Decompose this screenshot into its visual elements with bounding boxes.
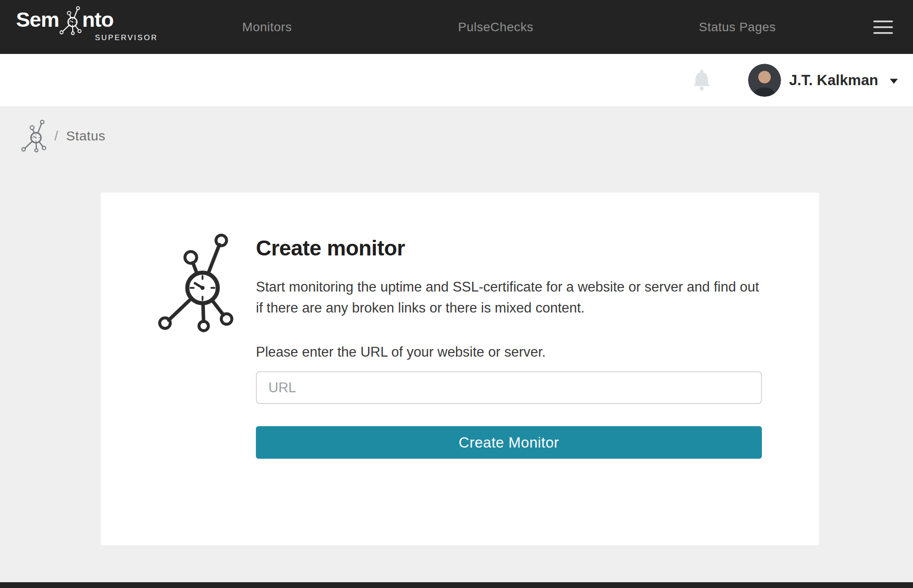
breadcrumb-home-monitor-icon[interactable] xyxy=(21,119,46,152)
avatar[interactable] xyxy=(748,64,781,97)
monitor-network-gauge-icon xyxy=(157,233,234,333)
nav-item-monitors[interactable]: Monitors xyxy=(242,20,292,34)
brand-network-icon xyxy=(59,6,82,35)
brand-text-prefix: Sem xyxy=(16,6,59,33)
user-header-bar: J.T. Kalkman xyxy=(0,54,913,107)
top-navbar: Sem nto SUPERVISOR Monitors PulseChecks … xyxy=(0,0,913,54)
url-input[interactable] xyxy=(256,371,762,404)
footer-strip xyxy=(0,582,913,588)
brand-subtitle: SUPERVISOR xyxy=(95,33,158,42)
nav-item-pulsechecks[interactable]: PulseChecks xyxy=(458,20,534,34)
create-monitor-content: Create monitor Start monitoring the upti… xyxy=(256,235,762,459)
brand-logo[interactable]: Sem nto SUPERVISOR xyxy=(16,6,158,42)
page-title: Create monitor xyxy=(256,235,762,261)
hamburger-menu-icon[interactable] xyxy=(873,21,893,34)
notifications-bell-icon[interactable] xyxy=(692,69,711,91)
breadcrumb-separator: / xyxy=(54,128,58,144)
brand-wordmark: Sem nto xyxy=(16,6,158,33)
avatar-photo xyxy=(748,64,781,97)
url-prompt: Please enter the URL of your website or … xyxy=(256,341,762,362)
create-monitor-button[interactable]: Create Monitor xyxy=(256,426,762,459)
create-monitor-card: Create monitor Start monitoring the upti… xyxy=(101,193,819,545)
brand-text-suffix: nto xyxy=(82,6,113,33)
caret-down-icon[interactable] xyxy=(890,79,898,84)
monitor-description: Start monitoring the uptime and SSL-cert… xyxy=(256,276,762,318)
user-menu-name[interactable]: J.T. Kalkman xyxy=(789,72,878,89)
breadcrumb-current: Status xyxy=(66,128,105,144)
breadcrumb: / Status xyxy=(21,119,105,152)
nav-item-status-pages[interactable]: Status Pages xyxy=(699,20,776,34)
